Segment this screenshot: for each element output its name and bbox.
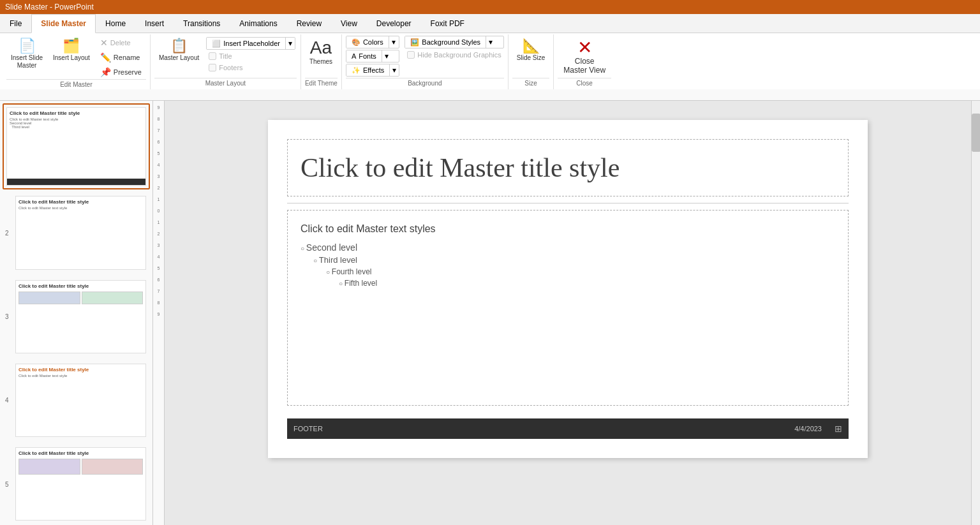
hide-background-graphics-checkbox[interactable]: Hide Background Graphics — [405, 50, 503, 60]
background-styles-label: Background Styles — [422, 38, 480, 46]
rename-button[interactable]: ✏️ Rename — [96, 50, 146, 64]
tab-file[interactable]: File — [0, 14, 31, 33]
tab-review[interactable]: Review — [287, 14, 331, 33]
slide-thumb-inner-4: Click to edit Master title style Click t… — [15, 364, 146, 437]
slide-thumb-inner-2: Click to edit Master title style Click t… — [15, 196, 146, 269]
background-styles-split-button[interactable]: 🖼️ Background Styles ▾ — [405, 36, 503, 48]
right-scroll-thumb[interactable] — [972, 114, 980, 152]
themes-button[interactable]: Aa Themes — [305, 36, 337, 69]
insert-layout-button[interactable]: 🗂️ Insert Layout — [48, 36, 94, 65]
rename-label: Rename — [114, 54, 140, 61]
hide-background-graphics-input[interactable] — [407, 51, 415, 59]
ribbon-group-background: 🎨 Colors ▾ A Fonts ▾ ✨ — [342, 34, 509, 89]
right-scrollbar[interactable] — [971, 101, 980, 525]
slide-size-label: Slide Size — [517, 54, 545, 62]
edit-theme-label: Edit Theme — [305, 78, 338, 88]
close-master-view-icon: ✕ — [577, 39, 592, 57]
slide-panel: 1 Click to edit Master title style Click… — [0, 101, 153, 525]
thumb-title-4: Click to edit Master title style — [16, 364, 145, 374]
colors-icon: 🎨 — [352, 38, 360, 47]
background-buttons: 🎨 Colors ▾ A Fonts ▾ ✨ — [346, 36, 504, 78]
delete-icon: ✕ — [100, 38, 108, 48]
size-buttons: 📐 Slide Size — [512, 36, 549, 78]
ribbon-group-close: ✕ CloseMaster View Close — [554, 34, 615, 89]
fonts-split-button[interactable]: A Fonts ▾ — [346, 50, 399, 63]
ribbon-group-edit-theme: Aa Themes Edit Theme — [301, 34, 342, 89]
effects-split-button[interactable]: ✨ Effects ▾ — [346, 64, 399, 77]
effects-button[interactable]: ✨ Effects — [346, 64, 389, 76]
slide-num-3: 3 — [5, 313, 9, 320]
effects-dropdown[interactable]: ▾ — [389, 64, 399, 76]
tab-slide-master[interactable]: Slide Master — [31, 14, 96, 33]
delete-button[interactable]: ✕ Delete — [96, 36, 146, 50]
slide-thumb-inner-1: Click to edit Master title style Click t… — [6, 107, 146, 186]
footer-text: FOOTER — [293, 425, 794, 433]
tab-view[interactable]: View — [331, 14, 367, 33]
content-level-1: Second level — [301, 241, 835, 254]
hide-background-graphics-label: Hide Background Graphics — [417, 51, 501, 59]
colors-button[interactable]: 🎨 Colors — [346, 36, 389, 48]
slide-content-box[interactable]: Click to edit Master text styles Second … — [287, 210, 849, 406]
footers-checkbox-input[interactable] — [209, 64, 216, 71]
master-layout-buttons: 📋 Master Layout ⬜ Insert Placeholder ▾ T… — [154, 36, 297, 78]
fonts-button[interactable]: A Fonts — [346, 50, 382, 62]
fonts-dropdown[interactable]: ▾ — [382, 50, 391, 62]
background-styles-dropdown[interactable]: ▾ — [486, 36, 495, 48]
tab-animations[interactable]: Animations — [230, 14, 286, 33]
master-layout-icon: 📋 — [170, 39, 188, 53]
slide-divider — [287, 203, 849, 203]
colors-split-button[interactable]: 🎨 Colors ▾ — [346, 36, 399, 48]
edit-master-small-buttons: ✕ Delete ✏️ Rename 📌 Preserve — [96, 36, 146, 79]
slide-thumb-2[interactable]: 2 Click to edit Master title style Click… — [3, 192, 150, 273]
footers-checkbox[interactable]: Footers — [206, 63, 295, 73]
title-checkbox-input[interactable] — [209, 52, 216, 60]
slide-thumb-inner-5: Click to edit Master title style — [15, 447, 146, 521]
slide-thumb-3[interactable]: 3 Click to edit Master title style — [3, 276, 150, 357]
slide-thumb-5[interactable]: 5 Click to edit Master title style — [3, 443, 150, 524]
slide-content-list: Second level Third level Fourth level Fi… — [301, 241, 835, 289]
slide-title-box[interactable]: Click to edit Master title style — [287, 139, 849, 196]
fonts-label: Fonts — [359, 52, 376, 60]
title-bar-text: Slide Master - PowerPoint — [5, 3, 94, 11]
insert-placeholder-dropdown[interactable]: ▾ — [285, 38, 295, 49]
ruler-vertical: 9 8 7 6 5 4 3 2 1 0 1 2 3 4 5 6 7 8 9 — [153, 101, 165, 525]
slide-canvas[interactable]: Click to edit Master title style Click t… — [268, 120, 868, 458]
insert-slide-master-label: Insert SlideMaster — [11, 54, 43, 70]
tab-developer[interactable]: Developer — [367, 14, 421, 33]
insert-placeholder-split-button[interactable]: ⬜ Insert Placeholder ▾ — [206, 37, 295, 50]
ribbon-group-size: 📐 Slide Size Size — [509, 34, 554, 89]
tab-transitions[interactable]: Transitions — [174, 14, 230, 33]
slide-thumb-4[interactable]: 4 Click to edit Master title style Click… — [3, 360, 150, 441]
thumb-img-5a — [19, 459, 80, 475]
colors-dropdown[interactable]: ▾ — [389, 36, 398, 48]
close-master-view-label: CloseMaster View — [563, 57, 605, 75]
themes-icon: Aa — [310, 39, 332, 57]
preserve-button[interactable]: 📌 Preserve — [96, 65, 146, 79]
close-master-view-button[interactable]: ✕ CloseMaster View — [558, 36, 611, 78]
ribbon-group-master-layout: 📋 Master Layout ⬜ Insert Placeholder ▾ T… — [151, 34, 301, 89]
ruler-horizontal — [0, 89, 980, 101]
slide-num-2: 2 — [5, 229, 9, 236]
tab-insert[interactable]: Insert — [135, 14, 174, 33]
ribbon-group-edit-master: 📄 Insert SlideMaster 🗂️ Insert Layout ✕ … — [3, 34, 151, 89]
slide-size-button[interactable]: 📐 Slide Size — [512, 36, 549, 65]
background-styles-button[interactable]: 🖼️ Background Styles — [405, 36, 486, 48]
footers-checkbox-label: Footers — [219, 64, 242, 71]
tab-home[interactable]: Home — [96, 14, 135, 33]
thumb-img-row-5 — [16, 457, 145, 476]
master-layout-button[interactable]: 📋 Master Layout — [154, 36, 204, 65]
thumb-title-2: Click to edit Master title style — [16, 196, 145, 206]
tab-foxit-pdf[interactable]: Foxit PDF — [421, 14, 474, 33]
rename-icon: ✏️ — [100, 52, 111, 63]
insert-placeholder-button[interactable]: ⬜ Insert Placeholder — [207, 38, 285, 49]
insert-slide-master-button[interactable]: 📄 Insert SlideMaster — [6, 36, 47, 73]
thumb-img-3b — [82, 292, 144, 304]
canvas-area: Click to edit Master title style Click t… — [165, 101, 971, 525]
effects-icon: ✨ — [352, 66, 360, 75]
effects-label: Effects — [363, 66, 384, 74]
slide-num-4: 4 — [5, 397, 9, 404]
title-checkbox[interactable]: Title — [206, 51, 295, 61]
slide-thumb-1[interactable]: 1 Click to edit Master title style Click… — [3, 103, 150, 189]
thumb-title-3: Click to edit Master title style — [16, 281, 145, 290]
main-area: 1 Click to edit Master title style Click… — [0, 101, 980, 525]
